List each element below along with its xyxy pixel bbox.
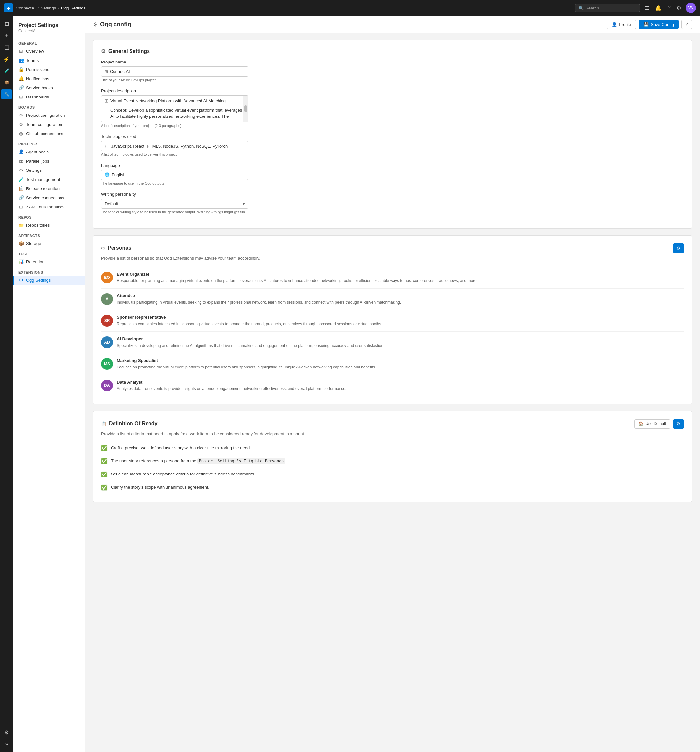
section-label-test: Test xyxy=(13,248,85,257)
writing-personality-select-container: Default Professional Casual Creative Tec… xyxy=(101,199,248,209)
use-default-button[interactable]: 🏠 Use Default xyxy=(634,419,670,429)
sidebar-item-label-github: GitHub connections xyxy=(26,131,63,136)
sidebar-item-label-xaml: XAML build services xyxy=(26,205,64,210)
check-button[interactable]: ✓ xyxy=(681,20,692,29)
avatar[interactable]: VN xyxy=(686,3,696,13)
technologies-input-container: {} xyxy=(101,141,248,151)
sidebar-item-service-connections[interactable]: 🔗 Service connections xyxy=(13,193,85,202)
sidebar-item-github[interactable]: ◎ GitHub connections xyxy=(13,129,85,138)
persona-item: A Attendee Individuals participating in … xyxy=(101,289,684,310)
project-description-textarea[interactable]: ◫ Virtual Event Networking Platform with… xyxy=(101,95,248,123)
profile-button[interactable]: 👤 Profile xyxy=(607,20,636,29)
sidebar-item-label-team-config: Team configuration xyxy=(26,122,62,127)
logo[interactable]: ◆ xyxy=(4,3,13,12)
writing-personality-select[interactable]: Default Professional Casual Creative Tec… xyxy=(101,199,248,209)
dor-check-icon: ✅ xyxy=(101,471,108,477)
breadcrumb-item-3[interactable]: Ogg Settings xyxy=(61,6,86,11)
description-line2: Concept: Develop a sophisticated virtual… xyxy=(110,107,245,120)
search-box[interactable]: 🔍 xyxy=(575,4,640,12)
sidebar-item-team-config[interactable]: ⚙ Team configuration xyxy=(13,120,85,129)
persona-description: Analyzes data from events to provide ins… xyxy=(117,386,684,392)
sidebar-item-label-teams: Teams xyxy=(26,58,39,63)
sidebar-icon-test[interactable]: 🧪 xyxy=(1,65,12,76)
persona-description: Focuses on promoting the virtual event p… xyxy=(117,364,684,370)
personas-add-button[interactable]: ⚙ xyxy=(673,244,684,253)
sidebar-item-label-project-config: Project configuration xyxy=(26,113,65,118)
question-icon[interactable]: ? xyxy=(666,4,672,12)
save-config-label: Save Config xyxy=(650,22,674,27)
persona-info: Attendee Individuals participating in vi… xyxy=(117,293,684,305)
persona-info: Event Organizer Responsible for planning… xyxy=(117,272,684,284)
language-icon: 🌐 xyxy=(105,172,110,177)
sidebar-item-label-ogg-settings: Ogg Settings xyxy=(26,278,51,283)
dor-subtitle: Provide a list of criteria that need to … xyxy=(101,431,684,436)
search-input[interactable] xyxy=(585,6,636,11)
list-icon[interactable]: ☰ xyxy=(643,4,650,12)
sidebar-icon-boards[interactable]: ⊞ xyxy=(1,18,12,29)
sidebar-item-teams[interactable]: 👥 Teams xyxy=(13,56,85,65)
overview-icon: ⊞ xyxy=(18,48,23,54)
sidebar-item-release-retention[interactable]: 📋 Release retention xyxy=(13,184,85,193)
github-icon: ◎ xyxy=(18,131,23,136)
writing-personality-group: Writing personality Default Professional… xyxy=(101,192,684,214)
writing-personality-hint: The tone or writing style to be used in … xyxy=(101,210,684,214)
sidebar-item-service-hooks[interactable]: 🔗 Service hooks xyxy=(13,83,85,92)
sidebar-item-overview[interactable]: ⊞ Overview xyxy=(13,47,85,56)
sidebar-item-repositories[interactable]: 📁 Repositories xyxy=(13,221,85,230)
sidebar-icon-settings[interactable]: ⚙ xyxy=(1,727,12,738)
xaml-icon: ⊞ xyxy=(18,204,23,210)
description-text: Virtual Event Networking Platform with A… xyxy=(110,98,245,120)
agent-pools-icon: 👤 xyxy=(18,149,23,154)
project-settings-sub: ConnectAI xyxy=(18,29,79,33)
dor-item: ✅ Set clear, measurable acceptance crite… xyxy=(101,468,684,481)
sidebar-item-notifications[interactable]: 🔔 Notifications xyxy=(13,74,85,83)
project-description-group: Project description ◫ Virtual Event Netw… xyxy=(101,89,684,127)
scrollbar-thumb xyxy=(244,106,247,112)
section-label-repos: Repos xyxy=(13,211,85,221)
main-layout: ⊞ + ◫ ⚡ 🧪 📦 🔧 ⚙ » Project Settings Conne… xyxy=(0,16,700,752)
save-icon: 💾 xyxy=(643,22,649,27)
sidebar-icon-add[interactable]: + xyxy=(1,30,12,40)
dor-item: ✅ The user story references a persona fr… xyxy=(101,455,684,468)
sidebar-item-test-management[interactable]: 🧪 Test management xyxy=(13,175,85,184)
persona-name: Marketing Specialist xyxy=(117,358,684,363)
sidebar-item-permissions[interactable]: 🔒 Permissions xyxy=(13,65,85,74)
description-icon: ◫ xyxy=(105,98,108,120)
use-default-label: Use Default xyxy=(646,421,666,426)
profile-icon: 👤 xyxy=(612,22,617,27)
page-header: ⚙ Ogg config 👤 Profile 💾 Save Config ✓ xyxy=(85,16,700,33)
sidebar-icon-artifacts[interactable]: 📦 xyxy=(1,77,12,88)
sidebar-item-label-agent-pools: Agent pools xyxy=(26,149,49,154)
sidebar-icon-expand[interactable]: » xyxy=(1,739,12,749)
section-label-pipelines: Pipelines xyxy=(13,138,85,147)
breadcrumb-item-1[interactable]: ConnectAI xyxy=(16,6,36,11)
sidebar-item-xaml[interactable]: ⊞ XAML build services xyxy=(13,202,85,211)
sidebar-item-project-config[interactable]: ⚙ Project configuration xyxy=(13,110,85,120)
sidebar-icon-repos[interactable]: ◫ xyxy=(1,42,12,52)
sidebar-item-settings[interactable]: ⚙ Settings xyxy=(13,166,85,175)
project-name-input[interactable] xyxy=(110,69,245,74)
sidebar-item-label-settings: Settings xyxy=(26,168,42,173)
sidebar-item-label-retention: Retention xyxy=(26,259,45,264)
persona-avatar: EO xyxy=(101,272,113,283)
project-name-group: Project name ⊞ Title of your Azure DevOp… xyxy=(101,59,684,82)
sidebar-item-retention[interactable]: 📊 Retention xyxy=(13,257,85,266)
dor-header-actions: 🏠 Use Default ⚙ xyxy=(634,419,684,429)
language-input[interactable] xyxy=(112,172,245,177)
sidebar-icon-extensions[interactable]: 🔧 xyxy=(1,89,12,99)
sidebar-item-dashboards[interactable]: ⊞ Dashboards xyxy=(13,92,85,101)
settings-icon[interactable]: ⚙ xyxy=(675,4,682,12)
bell-icon[interactable]: 🔔 xyxy=(654,4,663,12)
persona-avatar: A xyxy=(101,293,113,305)
sidebar-item-ogg-settings[interactable]: ⚙ Ogg Settings xyxy=(13,275,85,285)
sidebar-item-agent-pools[interactable]: 👤 Agent pools xyxy=(13,147,85,157)
technologies-input[interactable] xyxy=(111,144,245,149)
save-config-button[interactable]: 💾 Save Config xyxy=(638,20,679,29)
persona-name: Event Organizer xyxy=(117,272,684,277)
sidebar-item-storage[interactable]: 📦 Storage xyxy=(13,239,85,248)
sidebar-item-parallel-jobs[interactable]: ▦ Parallel jobs xyxy=(13,157,85,166)
breadcrumb-item-2[interactable]: Settings xyxy=(40,6,56,11)
dor-add-button[interactable]: ⚙ xyxy=(673,419,684,429)
sidebar-item-label-repositories: Repositories xyxy=(26,223,50,228)
sidebar-icon-pipelines[interactable]: ⚡ xyxy=(1,54,12,64)
